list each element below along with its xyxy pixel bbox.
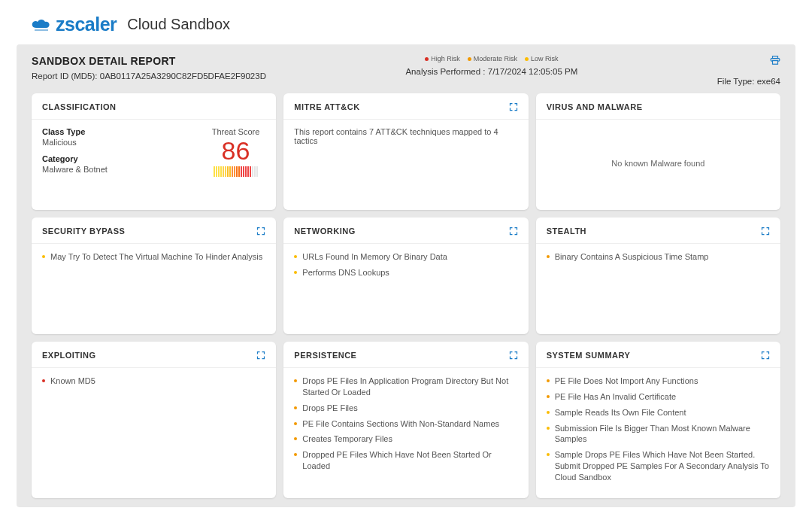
finding-list: Known MD5 xyxy=(42,376,265,387)
finding-list: URLs Found In Memory Or Binary DataPerfo… xyxy=(294,251,517,278)
brand-name: zscaler xyxy=(56,14,117,35)
risk-bullet-orange xyxy=(547,379,550,382)
finding-item: Sample Reads Its Own File Content xyxy=(547,407,770,418)
card-title: SECURITY BYPASS xyxy=(42,227,125,236)
finding-item: Drops PE Files xyxy=(294,403,517,414)
finding-text: Creates Temporary Files xyxy=(302,433,392,445)
print-icon[interactable] xyxy=(770,55,780,68)
finding-item: URLs Found In Memory Or Binary Data xyxy=(294,251,517,263)
legend-moderate-risk: Moderate Risk xyxy=(468,55,517,62)
risk-bullet-yellow xyxy=(294,255,297,258)
finding-text: PE File Contains Sections With Non-Stand… xyxy=(302,418,499,430)
card-title: VIRUS AND MALWARE xyxy=(547,102,643,111)
card-stealth: STEALTH Binary Contains A Suspicious Tim… xyxy=(536,217,780,334)
finding-text: PE File Has An Invalid Certificate xyxy=(555,391,676,403)
finding-text: Submission File Is Bigger Than Most Know… xyxy=(555,423,770,446)
card-title: MITRE ATT&CK xyxy=(294,102,359,111)
card-mitre: MITRE ATT&CK This report contains 7 ATT&… xyxy=(283,93,528,210)
risk-bullet-yellow xyxy=(42,255,45,258)
finding-text: Dropped PE Files Which Have Not Been Sta… xyxy=(302,449,517,472)
risk-bullet-orange xyxy=(294,406,297,409)
finding-text: Performs DNS Lookups xyxy=(302,267,389,278)
legend-high-risk: High Risk xyxy=(425,55,460,62)
risk-bullet-orange xyxy=(547,395,550,398)
footer: zscaler™ ThreatLabz xyxy=(0,507,812,517)
card-persistence: PERSISTENCE Drops PE Files In Applicatio… xyxy=(283,342,528,498)
finding-text: Known MD5 xyxy=(50,376,95,387)
expand-icon[interactable] xyxy=(761,351,770,360)
report-id: Report ID (MD5): 0AB0117A25A3290C82FD5DF… xyxy=(32,71,266,81)
card-system-summary: SYSTEM SUMMARY PE File Does Not Import A… xyxy=(536,342,780,498)
finding-text: Drops PE Files xyxy=(302,403,357,414)
risk-bullet-yellow xyxy=(547,411,550,414)
finding-list: May Try To Detect The Virtual Machine To… xyxy=(42,251,265,263)
card-exploiting: EXPLOITING Known MD5 xyxy=(32,342,276,498)
finding-text: Binary Contains A Suspicious Time Stamp xyxy=(555,251,709,263)
zscaler-cloud-icon xyxy=(30,17,51,32)
finding-list: PE File Does Not Import Any FunctionsPE … xyxy=(547,376,770,483)
card-title: SYSTEM SUMMARY xyxy=(547,351,631,360)
category-label: Category xyxy=(42,154,212,163)
finding-text: Drops PE Files In Application Program Di… xyxy=(302,376,517,398)
risk-bullet-yellow xyxy=(294,271,297,274)
finding-text: Sample Reads Its Own File Content xyxy=(555,407,686,418)
risk-bullet-yellow xyxy=(547,427,550,430)
finding-item: Submission File Is Bigger Than Most Know… xyxy=(547,423,770,446)
expand-icon[interactable] xyxy=(761,227,770,236)
risk-bullet-orange xyxy=(294,422,297,425)
card-virus: VIRUS AND MALWARE No known Malware found xyxy=(536,93,780,210)
card-title: CLASSIFICATION xyxy=(42,102,116,111)
card-title: EXPLOITING xyxy=(42,351,96,360)
risk-bullet-red xyxy=(42,379,45,382)
card-security-bypass: SECURITY BYPASS May Try To Detect The Vi… xyxy=(32,217,276,334)
risk-legend: High Risk Moderate Risk Low Risk xyxy=(266,55,717,62)
expand-icon[interactable] xyxy=(509,351,518,360)
analysis-performed: Analysis Performed : 7/17/2024 12:05:05 … xyxy=(266,67,717,76)
threat-score-value: 86 xyxy=(212,138,260,163)
finding-item: Known MD5 xyxy=(42,376,265,387)
finding-list: Binary Contains A Suspicious Time Stamp xyxy=(547,251,770,263)
risk-bullet-orange xyxy=(294,437,297,440)
card-title: PERSISTENCE xyxy=(294,351,356,360)
finding-item: Binary Contains A Suspicious Time Stamp xyxy=(547,251,770,263)
expand-icon[interactable] xyxy=(256,227,265,236)
app-header: zscaler Cloud Sandbox xyxy=(0,0,812,44)
finding-item: PE File Does Not Import Any Functions xyxy=(547,376,770,387)
finding-item: PE File Has An Invalid Certificate xyxy=(547,391,770,403)
category-value: Malware & Botnet xyxy=(42,165,212,174)
expand-icon[interactable] xyxy=(256,351,265,360)
finding-text: Sample Drops PE Files Which Have Not Bee… xyxy=(555,449,770,483)
expand-icon[interactable] xyxy=(509,102,518,111)
file-type: File Type: exe64 xyxy=(717,77,780,86)
mitre-summary: This report contains 7 ATT&CK techniques… xyxy=(283,120,528,210)
virus-message: No known Malware found xyxy=(536,120,780,210)
product-name: Cloud Sandbox xyxy=(127,16,230,33)
report-title: SANDBOX DETAIL REPORT xyxy=(32,55,266,67)
finding-text: URLs Found In Memory Or Binary Data xyxy=(302,251,447,263)
risk-bullet-orange xyxy=(294,453,297,456)
legend-low-risk: Low Risk xyxy=(525,55,559,62)
finding-item: Drops PE Files In Application Program Di… xyxy=(294,376,517,398)
card-classification: CLASSIFICATION Class Type Malicious Cate… xyxy=(32,93,276,210)
finding-item: Dropped PE Files Which Have Not Been Sta… xyxy=(294,449,517,472)
class-type-label: Class Type xyxy=(42,127,212,136)
risk-bullet-orange xyxy=(294,379,297,382)
finding-text: PE File Does Not Import Any Functions xyxy=(555,376,698,387)
expand-icon[interactable] xyxy=(509,227,518,236)
card-grid: CLASSIFICATION Class Type Malicious Cate… xyxy=(32,93,780,498)
card-title: STEALTH xyxy=(547,227,586,236)
finding-list: Drops PE Files In Application Program Di… xyxy=(294,376,517,472)
class-type-value: Malicious xyxy=(42,138,212,147)
card-networking: NETWORKING URLs Found In Memory Or Binar… xyxy=(283,217,528,334)
svg-rect-1 xyxy=(773,61,778,65)
risk-bullet-yellow xyxy=(547,453,550,456)
threat-gauge xyxy=(212,166,260,177)
finding-item: May Try To Detect The Virtual Machine To… xyxy=(42,251,265,263)
risk-bullet-orange xyxy=(547,255,550,258)
finding-item: Creates Temporary Files xyxy=(294,433,517,445)
finding-item: PE File Contains Sections With Non-Stand… xyxy=(294,418,517,430)
brand-logo: zscaler xyxy=(30,14,117,35)
threat-score-label: Threat Score xyxy=(212,127,260,136)
card-title: NETWORKING xyxy=(294,227,355,236)
finding-item: Sample Drops PE Files Which Have Not Bee… xyxy=(547,449,770,483)
